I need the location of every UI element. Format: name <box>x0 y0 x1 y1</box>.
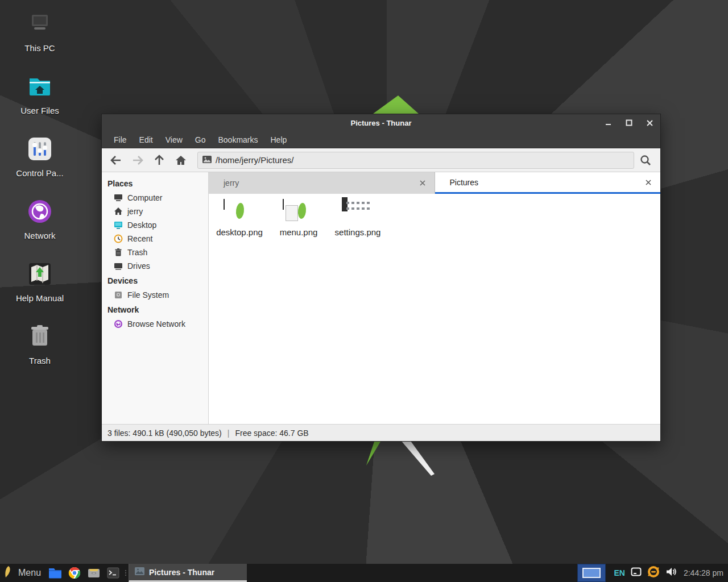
path-bar[interactable]: /home/jerry/Pictures/ <box>197 152 634 169</box>
search-button[interactable] <box>634 151 657 169</box>
laptop-icon <box>25 9 55 39</box>
menu-go[interactable]: Go <box>189 131 212 148</box>
taskbar: Menu Pictures - Thunar EN <box>0 564 728 582</box>
desktop-icon-control-panel[interactable]: Control Pa... <box>6 134 74 197</box>
desktop-icon-label: Trash <box>29 356 51 365</box>
status-free-space: Free space: 46.7 GB <box>235 429 308 438</box>
file-desktop-png[interactable]: desktop.png <box>210 199 269 237</box>
terminal-launcher[interactable] <box>104 564 123 582</box>
sidebar-item-label: Drives <box>127 261 150 271</box>
tab-close-icon[interactable] <box>643 177 653 188</box>
wallpaper-white-blade <box>399 440 437 477</box>
sidebar-item-recent[interactable]: Recent <box>102 232 208 246</box>
panel-handle[interactable] <box>123 564 129 582</box>
desktop-icon-help-manual[interactable]: Help Manual <box>6 259 74 322</box>
sidebar-item-desktop[interactable]: Desktop <box>102 218 208 232</box>
notification-icon[interactable] <box>631 567 642 579</box>
desktop-icon-label: Help Manual <box>16 293 64 303</box>
desktop-display-icon <box>114 221 123 230</box>
file-view[interactable]: desktop.png menu.png settings.p <box>209 194 660 424</box>
sidebar-item-browse-network[interactable]: Browse Network <box>102 317 208 331</box>
sidebar-item-file-system[interactable]: File System <box>102 288 208 302</box>
drive-icon <box>114 261 123 271</box>
file-manager-launcher[interactable] <box>46 564 65 582</box>
window-controls <box>602 114 656 131</box>
forward-button[interactable] <box>127 151 148 169</box>
workspace-switcher[interactable] <box>577 564 606 582</box>
sidebar-item-label: File System <box>127 290 169 300</box>
sidebar-header-network: Network <box>102 302 208 317</box>
trash-icon <box>25 322 55 351</box>
applications-menu-button[interactable]: Menu <box>0 564 46 582</box>
workspace-window-preview <box>582 568 601 578</box>
tab-jerry[interactable]: jerry <box>209 172 435 194</box>
sidebar-item-drives[interactable]: Drives <box>102 259 208 273</box>
menu-view[interactable]: View <box>159 131 189 148</box>
sidebar-header-devices: Devices <box>102 273 208 288</box>
sidebar-item-label: Recent <box>127 234 152 243</box>
keyboard-layout-indicator[interactable]: EN <box>614 568 624 577</box>
close-button[interactable] <box>643 117 656 129</box>
file-menu-png[interactable]: menu.png <box>269 199 328 237</box>
window-titlebar[interactable]: Pictures - Thunar <box>102 114 660 131</box>
image-thumbnail <box>283 199 315 223</box>
file-name: settings.png <box>335 227 381 237</box>
clock[interactable]: 2:44:28 pm <box>682 568 723 577</box>
picture-icon <box>202 155 212 165</box>
menu-bookmarks[interactable]: Bookmarks <box>212 131 264 148</box>
home-button[interactable] <box>170 151 192 169</box>
home-icon <box>114 207 123 216</box>
sidebar-item-home[interactable]: jerry <box>102 205 208 218</box>
wallpaper-green-sliver <box>365 442 382 467</box>
window-title: Pictures - Thunar <box>102 119 660 127</box>
file-settings-png[interactable]: settings.png <box>328 199 387 237</box>
thunar-window: Pictures - Thunar File Edit View Go Book… <box>101 114 661 442</box>
toolbar: /home/jerry/Pictures/ <box>102 148 660 172</box>
desktop-icon-user-files[interactable]: User Files <box>6 72 74 134</box>
task-label: Pictures - Thunar <box>149 568 214 577</box>
image-thumbnail <box>224 199 255 223</box>
task-picture-icon <box>135 567 144 577</box>
image-thumbnail <box>342 199 374 223</box>
menu-file[interactable]: File <box>107 131 133 148</box>
desktop-icon-label: User Files <box>20 106 59 115</box>
wallpaper-green-peak <box>369 95 423 114</box>
sidebar-header-places: Places <box>102 176 208 191</box>
chrome-launcher[interactable] <box>65 564 84 582</box>
taskbar-task-pictures-thunar[interactable]: Pictures - Thunar <box>129 564 247 582</box>
computer-icon <box>114 193 123 202</box>
network-globe-icon <box>114 319 123 329</box>
tab-close-icon[interactable] <box>417 178 428 188</box>
sidebar: Places Computer jerry Desktop <box>102 172 209 424</box>
sidebar-item-trash[interactable]: Trash <box>102 246 208 259</box>
sidebar-item-computer[interactable]: Computer <box>102 191 208 205</box>
archive-launcher[interactable] <box>84 564 104 582</box>
tab-pictures[interactable]: Pictures <box>435 172 661 194</box>
distro-menu-icon <box>3 566 14 580</box>
desktop-icon-trash[interactable]: Trash <box>6 322 74 384</box>
tab-bar: jerry Pictures <box>209 172 660 194</box>
desktop-icon-label: Control Pa... <box>16 168 63 178</box>
globe-icon <box>25 197 55 226</box>
desktop-icon-label: This PC <box>24 43 55 53</box>
sidebar-item-label: Desktop <box>127 221 156 230</box>
update-manager-icon[interactable] <box>647 566 660 580</box>
sidebar-item-label: Trash <box>127 248 147 257</box>
status-file-count: 3 files: 490.1 kB (490,050 bytes) <box>107 429 222 438</box>
sidebar-item-label: Computer <box>127 193 162 202</box>
desktop-icon-network[interactable]: Network <box>6 197 74 259</box>
desktop-icon-label: Network <box>24 231 55 240</box>
tab-label: jerry <box>224 178 417 188</box>
menu-edit[interactable]: Edit <box>133 131 159 148</box>
desktop-icon-this-pc[interactable]: This PC <box>6 9 74 72</box>
clock-icon <box>114 234 123 243</box>
menu-help[interactable]: Help <box>264 131 293 148</box>
back-button[interactable] <box>105 151 127 169</box>
volume-icon[interactable] <box>665 567 677 579</box>
help-manual-icon <box>25 259 55 289</box>
maximize-button[interactable] <box>623 117 635 129</box>
minimize-button[interactable] <box>602 117 615 129</box>
folder-home-icon <box>25 72 55 101</box>
harddisk-icon <box>114 290 123 300</box>
up-button[interactable] <box>148 151 170 169</box>
